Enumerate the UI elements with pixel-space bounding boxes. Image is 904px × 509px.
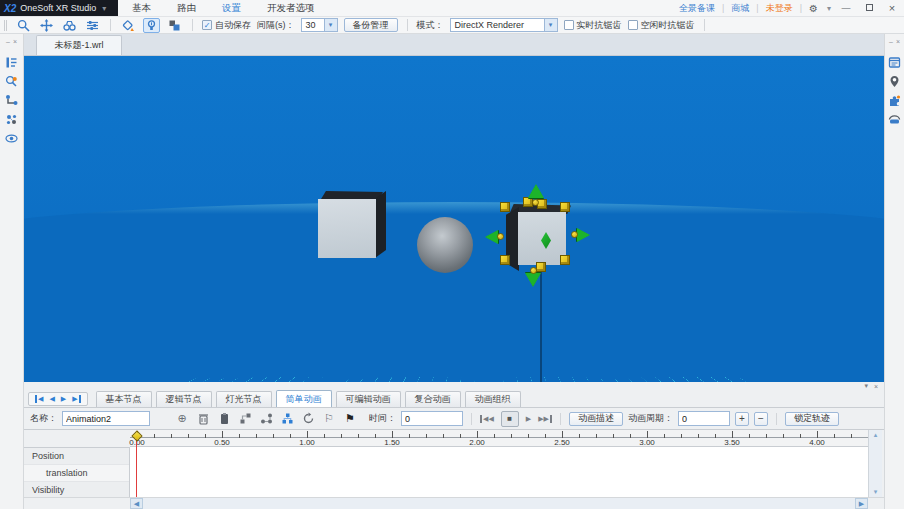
period-input[interactable]	[678, 411, 730, 426]
menu-settings[interactable]: 设置	[220, 0, 243, 17]
playhead-line[interactable]	[136, 437, 137, 497]
tab-simple-animation[interactable]: 简单动画	[276, 390, 332, 407]
selection-handle[interactable]	[560, 255, 570, 265]
skip-to-end-button[interactable]: ▶▶	[538, 415, 552, 423]
navigate-tool-button[interactable]	[61, 18, 78, 33]
lock-track-button[interactable]: 锁定轨迹	[785, 412, 839, 426]
scroll-up-icon[interactable]: ▴	[874, 431, 878, 439]
scroll-left-icon[interactable]: ◀	[130, 498, 143, 509]
play-button[interactable]: ▶	[526, 415, 531, 423]
tab-scroll-first[interactable]: ◀	[35, 395, 43, 403]
decrement-button[interactable]: −	[754, 412, 768, 426]
paint-tool-button[interactable]	[120, 18, 137, 33]
tab-composite-animation[interactable]: 复合动画	[405, 391, 461, 407]
store-link[interactable]: 商城	[731, 2, 749, 15]
sphere-object[interactable]	[417, 217, 473, 273]
document-tab[interactable]: 未标题-1.wrl	[36, 35, 122, 55]
scroll-down-icon[interactable]: ▾	[874, 488, 878, 496]
tab-animation-group[interactable]: 动画组织	[465, 391, 521, 407]
timeline-lane[interactable]	[130, 447, 868, 497]
add-keyframe-button[interactable]: ⊕	[174, 411, 190, 427]
light-tool-button[interactable]	[143, 18, 160, 33]
timeline-ruler[interactable]: 0.000.501.001.502.002.503.003.504.00	[130, 430, 868, 447]
scroll-right-icon[interactable]: ▶	[855, 498, 868, 509]
tab-scroll-last[interactable]: ▶	[72, 395, 80, 403]
separator	[560, 413, 561, 425]
selection-handle[interactable]	[500, 202, 510, 212]
tab-scroll-prev[interactable]: ◀	[49, 395, 54, 403]
plugin-puzzle-icon[interactable]	[888, 94, 901, 107]
selection-handle[interactable]	[536, 262, 546, 272]
flag-filled-button[interactable]: ⚑	[342, 411, 358, 427]
renderer-dropdown[interactable]: DirectX Renderer ▾	[450, 18, 558, 32]
tab-scroll-next[interactable]: ▶	[61, 395, 66, 403]
minimize-button[interactable]: —	[838, 3, 854, 13]
interval-dropdown[interactable]: 30 ▾	[301, 18, 338, 32]
tab-logic-nodes[interactable]: 逻辑节点	[156, 391, 212, 407]
time-input[interactable]	[401, 411, 463, 426]
selection-handle[interactable]	[560, 202, 570, 212]
chevron-down-icon[interactable]: ▾	[102, 4, 106, 13]
idle-aa-checkbox[interactable]: 空闲时抗锯齿	[628, 19, 695, 32]
node-branch-button[interactable]	[258, 411, 274, 427]
pin-icon[interactable]: –	[6, 38, 10, 45]
search-settings-icon[interactable]	[5, 75, 18, 88]
selected-cube[interactable]	[518, 212, 566, 265]
scene-tree-icon[interactable]	[5, 56, 18, 69]
properties-panel-icon[interactable]	[888, 56, 901, 69]
tab-light-nodes[interactable]: 灯光节点	[216, 391, 272, 407]
node-group-button-active[interactable]	[279, 411, 295, 427]
gizmo-arrow-up[interactable]	[528, 184, 544, 198]
close-button[interactable]: ×	[884, 2, 900, 14]
autosave-checkbox[interactable]: ✓ 自动保存	[202, 19, 251, 32]
visibility-eye-icon[interactable]	[5, 132, 18, 145]
gizmo-arrow-right[interactable]	[577, 228, 590, 242]
move-tool-button[interactable]	[38, 18, 55, 33]
gear-caret-icon[interactable]: ▾	[827, 4, 831, 13]
login-link[interactable]: 未登录	[766, 2, 793, 15]
chevron-down-icon[interactable]: ▾	[324, 19, 337, 31]
animation-name-input[interactable]	[62, 411, 150, 426]
maximize-button[interactable]	[861, 3, 877, 13]
close-icon[interactable]: ×	[13, 38, 17, 45]
components-icon[interactable]	[5, 113, 18, 126]
backup-manage-button[interactable]: 备份管理	[344, 18, 398, 32]
panel-close-icon[interactable]: ×	[874, 383, 878, 390]
animation-description-button[interactable]: 动画描述	[569, 412, 623, 426]
clipboard-button[interactable]	[216, 411, 232, 427]
node-view-button[interactable]	[237, 411, 253, 427]
menu-developer-options[interactable]: 开发者选项	[265, 0, 317, 17]
tab-editable-animation[interactable]: 可编辑动画	[336, 391, 401, 407]
skip-to-start-button[interactable]: ◀◀	[480, 415, 494, 423]
chevron-down-icon[interactable]: ▾	[544, 19, 557, 31]
pin-icon[interactable]: –	[889, 38, 893, 45]
app-menu-button[interactable]: X2 OneSoft XR Studio ▾	[0, 0, 118, 16]
selection-handle[interactable]	[500, 255, 510, 265]
flag-outline-button[interactable]: ⚐	[321, 411, 337, 427]
cube-object[interactable]	[318, 199, 376, 258]
loop-button[interactable]	[300, 411, 316, 427]
close-icon[interactable]: ×	[896, 38, 900, 45]
panorama-lesson-link[interactable]: 全景备课	[679, 2, 715, 15]
settings-gear-icon[interactable]: ⚙	[809, 3, 818, 14]
map-marker-icon[interactable]	[888, 75, 901, 88]
zoom-tool-button[interactable]	[15, 18, 32, 33]
tab-basic-nodes[interactable]: 基本节点	[96, 391, 152, 407]
timeline-vertical-scrollbar[interactable]: ▴ ▾	[868, 430, 882, 497]
track-row-translation[interactable]: translation	[24, 465, 129, 482]
realtime-aa-checkbox[interactable]: 实时抗锯齿	[564, 19, 622, 32]
panel-collapse-icon[interactable]: ▾	[864, 382, 868, 390]
node-link-icon[interactable]	[5, 94, 18, 107]
increment-button[interactable]: +	[735, 412, 749, 426]
object-mode-button[interactable]	[166, 18, 183, 33]
vr-headset-icon[interactable]	[888, 113, 901, 126]
filter-tool-button[interactable]	[84, 18, 101, 33]
menu-basic[interactable]: 基本	[130, 0, 153, 17]
gizmo-arrow-down[interactable]	[525, 273, 541, 287]
viewport-3d[interactable]	[24, 56, 884, 382]
track-row-position[interactable]: Position	[24, 448, 129, 465]
scrollbar-track[interactable]	[143, 498, 855, 509]
menu-routing[interactable]: 路由	[175, 0, 198, 17]
stop-button[interactable]: ■	[501, 411, 519, 427]
delete-button[interactable]	[195, 411, 211, 427]
